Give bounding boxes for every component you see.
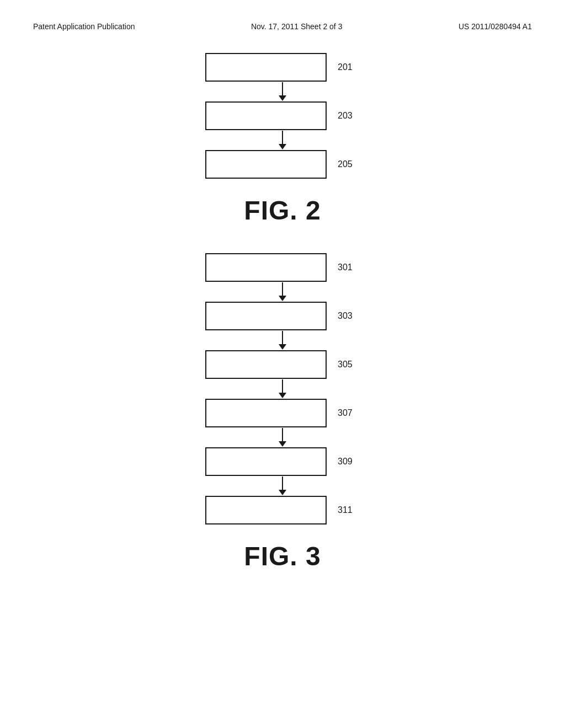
arrow-line-icon xyxy=(282,331,283,344)
flow-item-305: 305 xyxy=(205,350,360,379)
flow-box-201 xyxy=(205,53,327,82)
header-center: Nov. 17, 2011 Sheet 2 of 3 xyxy=(251,22,343,31)
arrow-line-icon xyxy=(282,428,283,441)
flow-box-label-203: 203 xyxy=(338,111,360,121)
header-right: US 2011/0280494 A1 xyxy=(459,22,532,31)
flow-box-205 xyxy=(205,150,327,179)
arrow-head-icon xyxy=(279,344,286,350)
flow-item-205: 205 xyxy=(205,150,360,179)
fig3-section: 301303305307309311 FIG. 3 xyxy=(205,253,360,571)
arrow-head-icon xyxy=(279,296,286,301)
flow-item-309: 309 xyxy=(205,447,360,476)
flow-arrow-2 xyxy=(222,379,343,399)
flow-box-label-201: 201 xyxy=(338,62,360,72)
flow-box-309 xyxy=(205,447,327,476)
fig2-flow: 201203205 xyxy=(205,53,360,179)
flow-item-201: 201 xyxy=(205,53,360,82)
page-header: Patent Application Publication Nov. 17, … xyxy=(33,22,532,31)
arrow-line-icon xyxy=(282,477,283,490)
fig3-flow: 301303305307309311 xyxy=(205,253,360,524)
flow-box-303 xyxy=(205,302,327,330)
fig2-section: 201203205 FIG. 2 xyxy=(205,53,360,226)
flow-box-label-205: 205 xyxy=(338,159,360,169)
flow-box-label-309: 309 xyxy=(338,457,360,467)
flow-item-303: 303 xyxy=(205,302,360,330)
arrow-head-icon xyxy=(279,393,286,398)
arrow-head-icon xyxy=(279,441,286,447)
flow-item-301: 301 xyxy=(205,253,360,282)
flow-box-label-305: 305 xyxy=(338,360,360,370)
flow-item-311: 311 xyxy=(205,496,360,524)
flow-box-label-303: 303 xyxy=(338,311,360,321)
diagrams-area: 201203205 FIG. 2 301303305307309311 FIG.… xyxy=(33,53,532,571)
flow-box-label-301: 301 xyxy=(338,263,360,272)
flow-arrow-1 xyxy=(222,130,343,150)
flow-box-203 xyxy=(205,101,327,130)
flow-item-203: 203 xyxy=(205,101,360,130)
arrow-line-icon xyxy=(282,282,283,296)
flow-arrow-3 xyxy=(222,427,343,447)
flow-arrow-1 xyxy=(222,330,343,350)
flow-arrow-0 xyxy=(222,82,343,101)
flow-box-305 xyxy=(205,350,327,379)
flow-arrow-0 xyxy=(222,282,343,302)
flow-item-307: 307 xyxy=(205,399,360,427)
fig3-label: FIG. 3 xyxy=(244,541,321,571)
flow-box-307 xyxy=(205,399,327,427)
flow-box-label-311: 311 xyxy=(338,505,360,515)
flow-arrow-4 xyxy=(222,476,343,496)
page: Patent Application Publication Nov. 17, … xyxy=(0,0,565,728)
arrow-head-icon xyxy=(279,490,286,495)
header-left: Patent Application Publication xyxy=(33,22,135,31)
flow-box-311 xyxy=(205,496,327,524)
arrow-head-icon xyxy=(279,144,286,149)
arrow-line-icon xyxy=(282,379,283,393)
arrow-line-icon xyxy=(282,131,283,144)
fig2-label: FIG. 2 xyxy=(244,195,321,226)
flow-box-301 xyxy=(205,253,327,282)
flow-box-label-307: 307 xyxy=(338,408,360,418)
arrow-head-icon xyxy=(279,95,286,101)
arrow-line-icon xyxy=(282,82,283,95)
